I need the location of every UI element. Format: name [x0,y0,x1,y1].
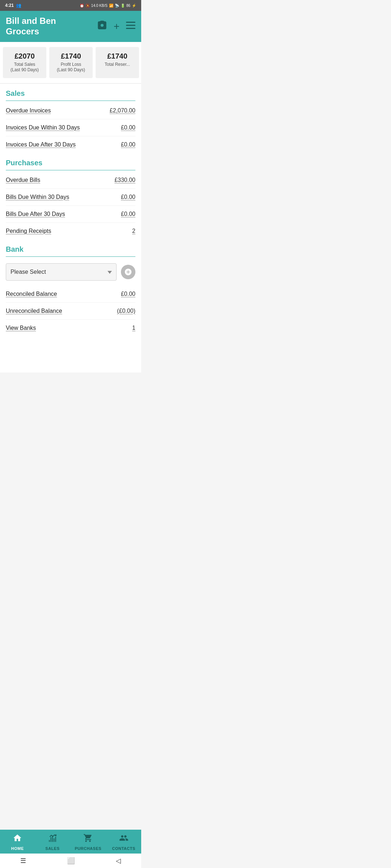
bills-after-30-label: Bills Due After 30 Days [6,211,65,217]
bills-within-30-label: Bills Due Within 30 Days [6,194,69,200]
bank-section-header: Bank [6,239,135,257]
overdue-invoices-value: £2,070.00 [110,107,135,114]
overdue-bills-label: Overdue Bills [6,177,40,183]
total-sales-label: Total Sales(Last 90 Days) [9,62,41,73]
status-right: ⏰ 🔕 14.0 KB/S 📶 📡 🔋 86 ⚡ [80,4,136,8]
sales-section-header: Sales [6,84,135,101]
unreconciled-balance-label: Unreconciled Balance [6,308,62,314]
battery-icon: 🔋 [121,4,125,8]
overdue-invoices-row[interactable]: Overdue Invoices £2,070.00 [6,102,135,119]
battery-level: 86 [126,4,130,8]
pending-receipts-label: Pending Receipts [6,228,51,234]
invoices-within-30-row[interactable]: Invoices Due Within 30 Days £0.00 [6,119,135,136]
bank-list: Reconciled Balance £0.00 Unreconciled Ba… [6,286,135,336]
purchases-list: Overdue Bills £330.00 Bills Due Within 3… [6,172,135,239]
menu-button[interactable] [126,22,135,31]
ms-teams-icon: 👥 [16,3,21,8]
summary-cards: £2070 Total Sales(Last 90 Days) £1740 Pr… [0,42,141,84]
chevron-down-icon [108,269,112,275]
invoices-after-30-value: £0.00 [121,141,135,148]
overdue-bills-row[interactable]: Overdue Bills £330.00 [6,172,135,189]
network-speed: 14.0 KB/S [91,4,108,8]
bills-after-30-row[interactable]: Bills Due After 30 Days £0.00 [6,206,135,223]
svg-rect-0 [126,22,135,23]
bank-select-dropdown[interactable]: Please Select [6,263,117,281]
bank-add-button[interactable] [121,265,135,279]
bills-within-30-row[interactable]: Bills Due Within 30 Days £0.00 [6,189,135,206]
invoices-after-30-row[interactable]: Invoices Due After 30 Days £0.00 [6,136,135,153]
alarm-icon: ⏰ [80,4,84,8]
svg-rect-1 [126,25,135,26]
view-banks-label: View Banks [6,325,36,331]
company-name: Bill and BenGrocers [6,16,56,37]
header-actions: + [97,20,135,33]
status-left: 4:21 👥 [5,3,21,8]
invoices-within-30-value: £0.00 [121,124,135,131]
purchases-section-header: Purchases [6,153,135,170]
view-banks-row[interactable]: View Banks 1 [6,320,135,336]
reconciled-balance-row[interactable]: Reconciled Balance £0.00 [6,286,135,303]
add-button[interactable]: + [114,21,119,32]
reconciled-balance-label: Reconciled Balance [6,291,57,297]
view-banks-value: 1 [132,325,135,331]
invoices-after-30-label: Invoices Due After 30 Days [6,141,76,148]
mute-icon: 🔕 [85,4,90,8]
bills-after-30-value: £0.00 [121,211,135,217]
pending-receipts-value: 2 [132,228,135,234]
bills-within-30-value: £0.00 [121,194,135,200]
svg-rect-2 [126,28,135,29]
profit-loss-label: Profit Loss(Last 90 Days) [55,62,87,73]
bank-select-placeholder: Please Select [10,269,46,275]
reconciled-balance-value: £0.00 [121,291,135,297]
signal-icon: 📡 [115,4,119,8]
profit-loss-card[interactable]: £1740 Profit Loss(Last 90 Days) [49,47,93,78]
unreconciled-balance-row[interactable]: Unreconciled Balance (£0.00) [6,303,135,320]
sales-list: Overdue Invoices £2,070.00 Invoices Due … [6,102,135,153]
unreconciled-balance-value: (£0.00) [117,308,135,314]
main-content: Sales Overdue Invoices £2,070.00 Invoice… [0,84,141,373]
total-reserves-value: £1740 [101,52,133,60]
wifi-icon: 📶 [109,4,113,8]
total-sales-value: £2070 [9,52,41,60]
bank-select-row: Please Select [6,258,135,286]
total-reserves-label: Total Reser... [101,62,133,68]
camera-button[interactable] [97,20,107,33]
overdue-bills-value: £330.00 [114,177,135,183]
profit-loss-value: £1740 [55,52,87,60]
pending-receipts-row[interactable]: Pending Receipts 2 [6,223,135,239]
charging-icon: ⚡ [132,4,136,8]
status-bar: 4:21 👥 ⏰ 🔕 14.0 KB/S 📶 📡 🔋 86 ⚡ [0,0,141,11]
invoices-within-30-label: Invoices Due Within 30 Days [6,124,80,131]
total-reserves-card[interactable]: £1740 Total Reser... [96,47,139,78]
overdue-invoices-label: Overdue Invoices [6,107,51,114]
time: 4:21 [5,3,14,8]
app-header: Bill and BenGrocers + [0,11,141,42]
total-sales-card[interactable]: £2070 Total Sales(Last 90 Days) [3,47,46,78]
